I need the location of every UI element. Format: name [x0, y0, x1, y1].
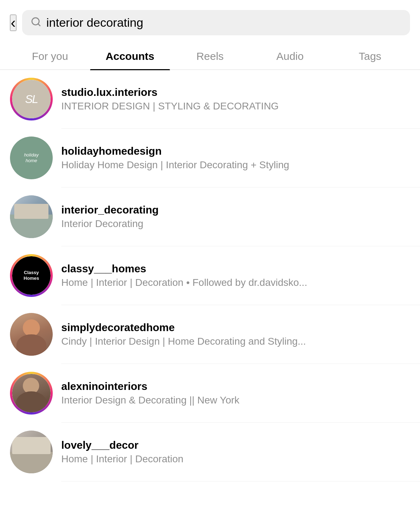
list-item[interactable]: holidayhome holidayhomedesign Holiday Ho… [0, 129, 420, 187]
tab-accounts[interactable]: Accounts [90, 42, 170, 70]
list-item[interactable]: SL studio.lux.interiors INTERIOR DESIGN … [0, 70, 420, 128]
list-item[interactable]: interior_decorating Interior Decorating [0, 187, 420, 246]
avatar [10, 195, 53, 238]
account-info: studio.lux.interiors INTERIOR DESIGN | S… [61, 86, 410, 112]
account-bio: Home | Interior | Decoration [61, 453, 410, 465]
avatar [10, 431, 53, 473]
avatar: ClassyHomes [10, 254, 53, 297]
header: ‹ [0, 0, 420, 42]
avatar [10, 372, 53, 415]
avatar [10, 313, 53, 356]
account-list: SL studio.lux.interiors INTERIOR DESIGN … [0, 70, 420, 482]
tabs-bar: For you Accounts Reels Audio Tags [0, 42, 420, 70]
list-item[interactable]: ClassyHomes classy___homes Home | Interi… [0, 246, 420, 305]
account-username: studio.lux.interiors [61, 86, 410, 98]
svg-line-1 [38, 24, 40, 26]
account-username: simplydecoratedhome [61, 321, 410, 334]
account-username: classy___homes [61, 263, 410, 275]
account-bio: Interior Design & Decorating || New York [61, 395, 410, 406]
tab-for-you[interactable]: For you [10, 42, 90, 70]
account-info: classy___homes Home | Interior | Decorat… [61, 263, 410, 288]
account-bio: INTERIOR DESIGN | STYLING & DECORATING [61, 101, 410, 112]
account-username: lovely___decor [61, 439, 410, 451]
list-item[interactable]: lovely___decor Home | Interior | Decorat… [0, 423, 420, 481]
account-username: interior_decorating [61, 204, 410, 216]
list-item[interactable]: simplydecoratedhome Cindy | Interior Des… [0, 305, 420, 364]
tab-tags[interactable]: Tags [330, 42, 410, 70]
account-bio: Interior Decorating [61, 218, 410, 230]
avatar: SL [10, 78, 53, 120]
avatar: holidayhome [10, 137, 53, 179]
account-bio: Cindy | Interior Design | Home Decoratin… [61, 336, 410, 347]
account-bio: Holiday Home Design | Interior Decoratin… [61, 159, 410, 171]
search-icon [31, 16, 41, 29]
account-username: holidayhomedesign [61, 145, 410, 157]
list-item[interactable]: alexninointeriors Interior Design & Deco… [0, 364, 420, 422]
account-info: interior_decorating Interior Decorating [61, 204, 410, 230]
tab-audio[interactable]: Audio [250, 42, 330, 70]
account-bio: Home | Interior | Decoration • Followed … [61, 277, 410, 288]
account-info: lovely___decor Home | Interior | Decorat… [61, 439, 410, 465]
tab-reels[interactable]: Reels [170, 42, 250, 70]
account-info: holidayhomedesign Holiday Home Design | … [61, 145, 410, 171]
account-info: alexninointeriors Interior Design & Deco… [61, 380, 410, 406]
search-bar[interactable] [22, 10, 410, 35]
search-input[interactable] [46, 16, 401, 30]
account-username: alexninointeriors [61, 380, 410, 392]
back-button[interactable]: ‹ [10, 15, 16, 31]
account-info: simplydecoratedhome Cindy | Interior Des… [61, 321, 410, 347]
